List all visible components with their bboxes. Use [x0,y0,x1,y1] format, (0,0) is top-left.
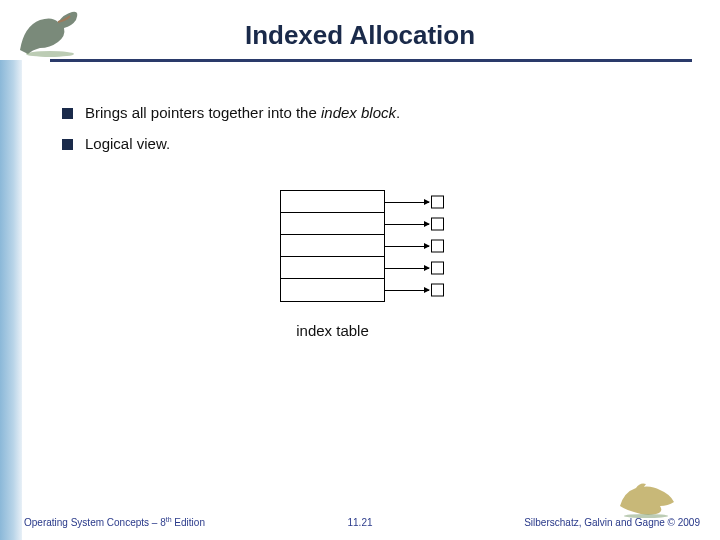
dinosaur-top-icon [14,6,84,58]
index-row [281,213,384,235]
footer-right: Silberschatz, Galvin and Gagne © 2009 [524,517,700,528]
index-row [281,191,384,213]
pointer-arrow-icon [385,268,429,269]
footer-left-pre: Operating System Concepts – 8 [24,517,166,528]
content: Brings all pointers together into the in… [62,90,680,166]
footer-center: 11.21 [347,517,372,528]
bullet-text-em: index block [321,104,396,121]
bullet-square-icon [62,139,73,150]
bullet-text-pre: Logical view. [85,135,170,152]
bullet-item: Brings all pointers together into the in… [62,104,680,121]
index-row [281,235,384,257]
bullet-text: Brings all pointers together into the in… [85,104,400,121]
index-table-diagram: index table [280,190,460,339]
svg-point-0 [26,51,74,57]
pointer-arrow-icon [385,290,429,291]
index-table-box [280,190,385,302]
bullet-text-pre: Brings all pointers together into the [85,104,321,121]
bullet-text-post: . [396,104,400,121]
pointer-arrow-icon [385,224,429,225]
data-block-icon [431,217,444,230]
data-block-icon [431,284,444,297]
title-rule [50,59,692,62]
left-sidebar [0,60,22,540]
pointer-arrow-icon [385,246,429,247]
footer-left: Operating System Concepts – 8th Edition [24,516,205,528]
data-block-icon [431,195,444,208]
index-row [281,279,384,301]
diagram-label: index table [280,322,385,339]
data-block-icon [431,239,444,252]
pointer-arrow-icon [385,202,429,203]
header: Indexed Allocation [0,0,720,62]
bullet-item: Logical view. [62,135,680,152]
index-row [281,257,384,279]
data-block-icon [431,261,444,274]
page-title: Indexed Allocation [0,8,720,59]
footer-left-post: Edition [172,517,205,528]
footer: Operating System Concepts – 8th Edition … [0,500,720,530]
bullet-square-icon [62,108,73,119]
bullet-text: Logical view. [85,135,170,152]
